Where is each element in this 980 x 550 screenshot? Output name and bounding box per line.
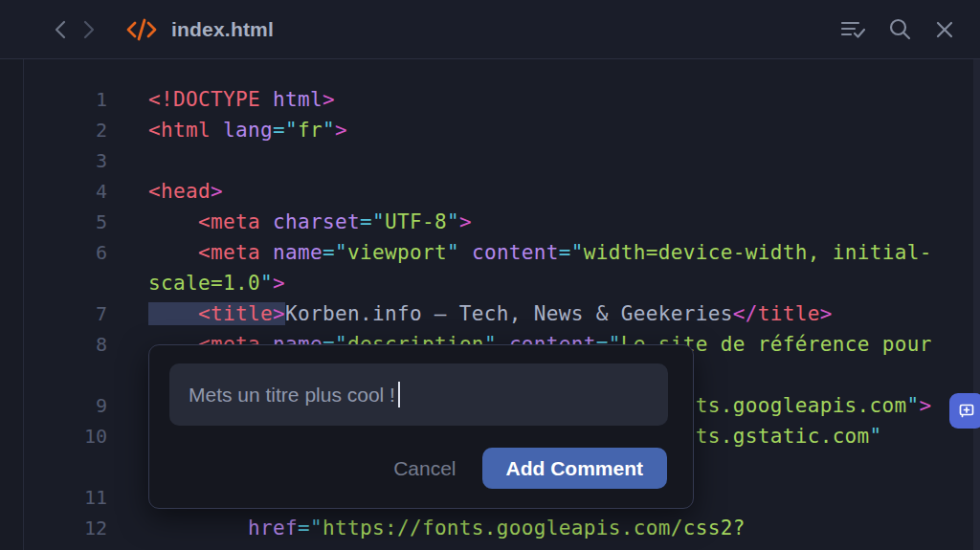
code-token: <html (148, 119, 211, 142)
line-number: 11 (0, 482, 107, 513)
code-token: > (273, 272, 285, 295)
list-check-icon (840, 18, 866, 41)
code-token: =" (323, 241, 347, 264)
close-button[interactable] (934, 19, 955, 40)
list-check-button[interactable] (840, 18, 866, 41)
code-token: ts.googleapis.com (696, 394, 907, 417)
code-token: html (273, 88, 323, 111)
code-token: " (447, 210, 459, 233)
add-comment-button[interactable]: Add Comment (482, 448, 668, 489)
code-token: <!DOCTYPE (148, 88, 260, 111)
comment-input-value: Mets un titre plus cool ! (189, 384, 395, 407)
code-token: " (447, 241, 459, 264)
cancel-button[interactable]: Cancel (393, 457, 456, 480)
code-token: title (758, 302, 820, 325)
code-line: <!DOCTYPE html> (107, 84, 335, 115)
line-number (0, 451, 107, 482)
code-token (148, 241, 198, 264)
code-row: 12 href="https://fonts.googleapis.com/cs… (0, 513, 973, 543)
code-token: scale=1.0 (148, 272, 260, 295)
code-row: 5 <meta charset="UTF-8"> (0, 207, 973, 237)
code-token: <head (148, 180, 211, 203)
code-token: " (870, 425, 882, 448)
code-line (107, 360, 148, 390)
back-button[interactable] (50, 18, 71, 41)
code-token (148, 517, 248, 539)
code-token: =" (559, 241, 584, 264)
add-comment-gutter-button[interactable] (949, 393, 980, 429)
line-number: 4 (0, 176, 107, 207)
code-token: ts.gstatic.com (696, 425, 870, 448)
code-row: 3 (0, 145, 973, 176)
search-button[interactable] (888, 17, 912, 41)
dialog-actions: Cancel Add Comment (149, 448, 667, 489)
line-number: 12 (0, 513, 107, 543)
line-number (0, 360, 107, 390)
code-line: <meta charset="UTF-8"> (107, 207, 472, 237)
forward-button[interactable] (78, 18, 100, 41)
header-bar: index.html (0, 0, 980, 59)
code-token (260, 88, 273, 111)
code-token: charset (273, 210, 360, 233)
code-file-icon (124, 17, 159, 42)
line-number: 8 (0, 329, 107, 360)
code-token: lang (223, 119, 273, 142)
code-line (107, 482, 148, 513)
code-token: viewport (347, 241, 447, 264)
code-token: <meta (198, 210, 260, 233)
code-token (211, 119, 223, 142)
line-number: 6 (0, 237, 107, 268)
line-number: 9 (0, 390, 107, 421)
chevron-right-icon (81, 19, 97, 40)
code-token: > (920, 394, 932, 417)
code-line: scale=1.0"> (107, 268, 285, 298)
code-line: <head> (107, 176, 223, 207)
code-token: href (248, 517, 298, 539)
line-number: 10 (0, 421, 107, 451)
code-line: href="https://fonts.googleapis.com/css2? (107, 513, 746, 543)
code-token: width=device-width, initial- (584, 241, 932, 264)
code-token: > (273, 302, 285, 325)
code-token (148, 302, 198, 325)
code-token: name (273, 241, 323, 264)
code-row: 6 <meta name="viewport" content="width=d… (0, 237, 973, 268)
comment-plus-icon (957, 402, 976, 421)
code-line: <html lang="fr"> (107, 115, 347, 145)
code-row: 4<head> (0, 176, 973, 207)
code-token: > (211, 180, 223, 203)
scrollbar[interactable] (973, 59, 980, 550)
code-row: 2<html lang="fr"> (0, 115, 973, 145)
code-token: fr (298, 119, 323, 142)
code-line (107, 145, 148, 176)
code-row: scale=1.0"> (0, 268, 973, 298)
code-token: " (260, 272, 273, 295)
code-token: > (323, 88, 335, 111)
code-token: https://fonts.googleapis.com/css2? (323, 517, 746, 539)
search-icon (888, 17, 912, 41)
line-number: 7 (0, 298, 107, 329)
line-number: 1 (0, 84, 107, 115)
code-token: Korben.info – Tech, News & Geekeries (285, 302, 733, 325)
code-token: =" (273, 119, 298, 142)
code-token (260, 210, 273, 233)
code-token: </ (733, 302, 758, 325)
file-title: index.html (171, 18, 274, 41)
code-token: =" (298, 517, 323, 539)
code-token: <title (198, 302, 273, 325)
chevron-left-icon (53, 19, 68, 40)
code-token: " (907, 394, 920, 417)
line-number: 5 (0, 207, 107, 237)
header-toolbar (840, 17, 980, 41)
comment-input[interactable]: Mets un titre plus cool ! (169, 363, 668, 426)
code-token: > (820, 302, 833, 325)
code-line: <title>Korben.info – Tech, News & Geeker… (107, 298, 833, 329)
code-row: 7 <title>Korben.info – Tech, News & Geek… (0, 298, 973, 329)
code-token: " (323, 119, 335, 142)
code-token: > (459, 210, 472, 233)
code-line: <meta name="viewport" content="width=dev… (107, 237, 932, 268)
close-icon (934, 19, 955, 40)
line-number: 2 (0, 115, 107, 145)
code-line (107, 451, 148, 482)
code-token: > (335, 119, 347, 142)
text-cursor (398, 382, 400, 407)
